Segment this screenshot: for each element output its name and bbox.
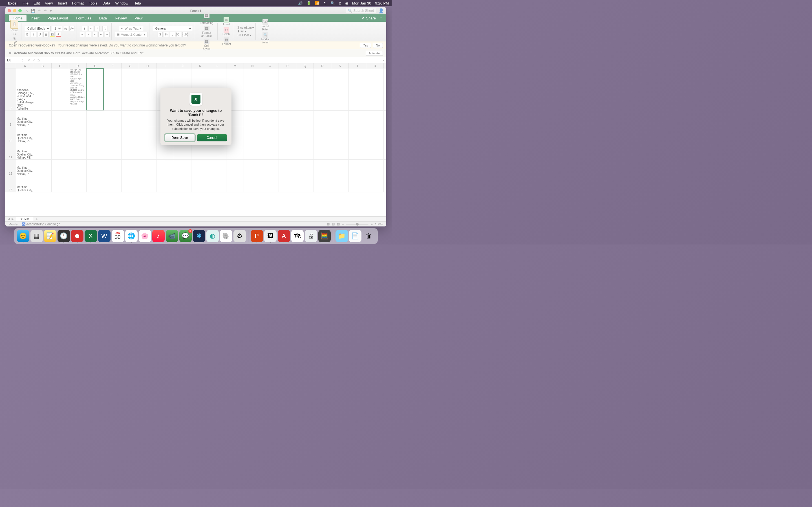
settings-dock-icon[interactable]: ⚙ (234, 230, 246, 242)
folder-dock-icon[interactable]: 📁 (336, 230, 348, 242)
dock-separator (248, 230, 248, 242)
menubar-file[interactable]: File (22, 1, 29, 5)
menubar-format[interactable]: Format (72, 1, 84, 5)
dock-separator-2 (333, 230, 333, 242)
menubar-insert[interactable]: Insert (58, 1, 67, 5)
volume-icon[interactable]: 🔊 (298, 1, 303, 5)
siri-icon[interactable]: ◉ (345, 1, 348, 5)
document-dock-icon[interactable]: 📄 (349, 230, 361, 242)
photos-dock-icon[interactable]: 🌸 (139, 230, 151, 242)
menubar-date[interactable]: Mon Jan 30 (352, 1, 371, 5)
printer-dock-icon[interactable]: 🖨 (305, 230, 317, 242)
save-changes-dialog: X Want to save your changes to 'Book1'? … (160, 88, 232, 145)
dialog-overlay: X Want to save your changes to 'Book1'? … (5, 7, 386, 226)
excel-window: ⌂ 💾 ↶ ↷ ▾ Book1 🔍 Search Sheet 👤 Home In… (5, 7, 386, 226)
menubar-edit[interactable]: Edit (34, 1, 40, 5)
menubar-view[interactable]: View (45, 1, 53, 5)
calculator-dock-icon[interactable]: 🧮 (318, 230, 331, 242)
dont-save-button[interactable]: Don't Save (165, 134, 195, 142)
menubar-tools[interactable]: Tools (89, 1, 97, 5)
menubar-time[interactable]: 9:26 PM (375, 1, 389, 5)
acrobat-dock-icon[interactable]: A (278, 230, 290, 242)
excel-app-icon: X (190, 93, 202, 106)
maps-dock-icon[interactable]: 🗺 (291, 230, 304, 242)
dock: 😊 ▦ 📝 🕐 ⏺ X W JAN30 🌐 🌸 ♪ 📹 💬8 ✱ ◐ 🐘 ⚙ P… (14, 228, 378, 244)
menubar-app[interactable]: Excel (8, 1, 17, 5)
battery-icon[interactable]: 🔋 (306, 1, 311, 5)
facetime-dock-icon[interactable]: 📹 (166, 230, 178, 242)
control-center-icon[interactable]: ⎚ (339, 1, 341, 5)
clock-icon[interactable]: 🕐 (57, 230, 70, 242)
notes-icon[interactable]: 📝 (44, 230, 56, 242)
app-green-icon[interactable]: ◐ (206, 230, 219, 242)
evernote-dock-icon[interactable]: 🐘 (220, 230, 232, 242)
word-dock-icon[interactable]: W (98, 230, 110, 242)
recorder-icon[interactable]: ⏺ (71, 230, 84, 242)
preview-dock-icon[interactable]: 🖼 (264, 230, 276, 242)
music-dock-icon[interactable]: ♪ (152, 230, 165, 242)
timemachine-icon[interactable]: ↻ (323, 1, 326, 5)
dialog-title: Want to save your changes to 'Book1'? (165, 108, 227, 117)
cancel-button[interactable]: Cancel (197, 134, 227, 142)
spotlight-icon[interactable]: 🔍 (331, 1, 335, 5)
dialog-body: Your changes will be lost if you don't s… (165, 119, 227, 131)
chrome-dock-icon[interactable]: 🌐 (125, 230, 138, 242)
mac-menubar: Excel File Edit View Insert Format Tools… (0, 0, 392, 6)
anki-dock-icon[interactable]: ✱ (193, 230, 205, 242)
finder-icon[interactable]: 😊 (17, 230, 29, 242)
calendar-dock-icon[interactable]: JAN30 (112, 230, 124, 242)
trash-dock-icon[interactable]: 🗑 (363, 230, 375, 242)
menubar-data[interactable]: Data (102, 1, 110, 5)
menubar-help[interactable]: Help (133, 1, 141, 5)
launchpad-icon[interactable]: ▦ (31, 230, 43, 242)
powerpoint-dock-icon[interactable]: P (251, 230, 263, 242)
messages-dock-icon[interactable]: 💬8 (179, 230, 192, 242)
menubar-window[interactable]: Window (115, 1, 128, 5)
wifi-icon[interactable]: 📶 (315, 1, 319, 5)
excel-dock-icon[interactable]: X (85, 230, 97, 242)
